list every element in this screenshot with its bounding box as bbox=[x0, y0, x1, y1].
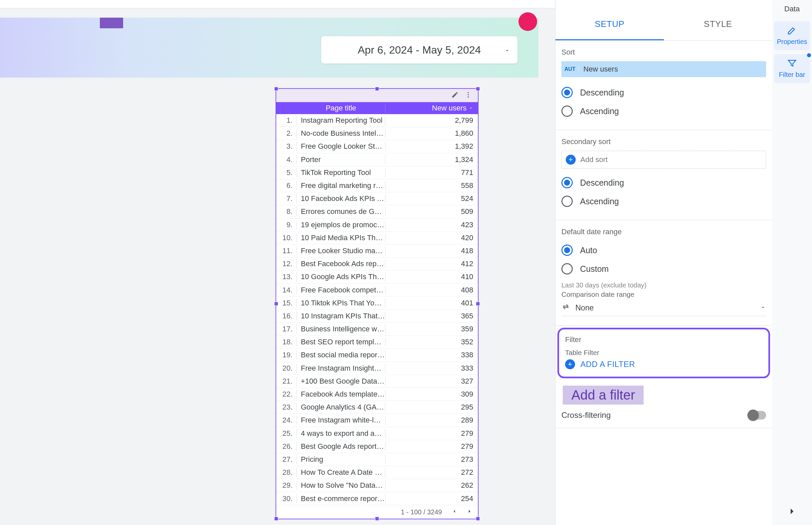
row-title: 10 Facebook Ads KPIs That Y… bbox=[297, 194, 385, 203]
row-number: 2. bbox=[276, 129, 297, 138]
rail-filter-bar-button[interactable]: Filter bar bbox=[774, 54, 810, 83]
row-value: 359 bbox=[385, 325, 478, 333]
row-number: 1. bbox=[276, 116, 297, 125]
row-number: 11. bbox=[276, 246, 297, 255]
table-row[interactable]: 11.Free Looker Studio marketin…418 bbox=[276, 244, 478, 257]
row-value: 1,324 bbox=[385, 155, 478, 164]
table-row[interactable]: 22.Facebook Ads templates for …309 bbox=[276, 388, 478, 401]
date-auto-radio[interactable]: Auto bbox=[561, 241, 766, 259]
table-row[interactable]: 7.10 Facebook Ads KPIs That Y…524 bbox=[276, 192, 478, 205]
table-row[interactable]: 20.Free Instagram Insights repo…333 bbox=[276, 362, 478, 375]
date-custom-radio[interactable]: Custom bbox=[561, 259, 766, 278]
date-range-control[interactable]: Apr 6, 2024 - May 5, 2024 bbox=[321, 36, 517, 63]
row-title: 4 ways to export and analyze … bbox=[297, 429, 385, 438]
rail-data-label[interactable]: Data bbox=[772, 0, 812, 17]
comparison-select[interactable]: None bbox=[561, 302, 766, 316]
row-title: 10 Google Ads KPIs That You … bbox=[297, 272, 385, 281]
table-row[interactable]: 23.Google Analytics 4 (GA4) Goo…295 bbox=[276, 401, 478, 414]
table-row[interactable]: 17.Business Intelligence with G…359 bbox=[276, 323, 478, 336]
svg-point-0 bbox=[468, 92, 469, 93]
prev-page-button[interactable] bbox=[451, 508, 457, 516]
row-number: 26. bbox=[276, 442, 297, 451]
more-vert-icon[interactable] bbox=[465, 91, 472, 100]
table-row[interactable]: 15.10 Tiktok KPIs That You Shoul…401 bbox=[276, 297, 478, 310]
table-row[interactable]: 13.10 Google Ads KPIs That You …410 bbox=[276, 270, 478, 283]
field-type-badge: AUT bbox=[561, 66, 579, 72]
sort-label: Sort bbox=[561, 48, 766, 57]
table-row[interactable]: 29.How to Solve "No Data" Chart…262 bbox=[276, 479, 478, 492]
date-range-label: Default date range bbox=[561, 228, 766, 236]
sort-field-chip[interactable]: AUT New users bbox=[561, 61, 766, 77]
row-title: Best SEO report templates w… bbox=[297, 338, 385, 346]
table-row[interactable]: 24.Free Instagram white-label r…289 bbox=[276, 414, 478, 427]
row-number: 12. bbox=[276, 259, 297, 268]
row-title: No-code Business Intelligenc… bbox=[297, 129, 385, 138]
table-row[interactable]: 4.Porter1,324 bbox=[276, 153, 478, 166]
filter-section: Filter Table Filter + ADD A FILTER bbox=[557, 328, 770, 378]
table-chart[interactable]: Page title New users 1.Instagram Reporti… bbox=[275, 88, 479, 519]
tab-setup[interactable]: SETUP bbox=[555, 9, 664, 40]
row-title: Instagram Reporting Tool bbox=[297, 116, 385, 125]
table-row[interactable]: 3.Free Google Looker Studio m…1,392 bbox=[276, 140, 478, 153]
col-title[interactable]: Page title bbox=[297, 104, 385, 112]
filter-label: Filter bbox=[565, 335, 763, 344]
table-row[interactable]: 1.Instagram Reporting Tool2,799 bbox=[276, 114, 478, 127]
date-range-text: Apr 6, 2024 - May 5, 2024 bbox=[358, 44, 481, 56]
table-row[interactable]: 2.No-code Business Intelligenc…1,860 bbox=[276, 127, 478, 140]
radio-icon bbox=[561, 177, 573, 188]
sort-asc-radio[interactable]: Ascending bbox=[561, 102, 766, 120]
table-row[interactable]: 10.10 Paid Media KPIs That You …420 bbox=[276, 231, 478, 244]
cross-filter-toggle[interactable] bbox=[748, 411, 766, 420]
row-value: 410 bbox=[385, 272, 478, 281]
table-row[interactable]: 8.Errores comunes de Google …509 bbox=[276, 205, 478, 218]
row-value: 771 bbox=[385, 168, 478, 177]
sort-desc-radio[interactable]: Descending bbox=[561, 83, 766, 102]
row-title: Free Instagram white-label r… bbox=[297, 416, 385, 424]
rail-expand-button[interactable] bbox=[772, 506, 812, 517]
row-number: 25. bbox=[276, 429, 297, 438]
row-value: 279 bbox=[385, 429, 478, 438]
add-filter-button[interactable]: + ADD A FILTER bbox=[565, 359, 763, 369]
rail-properties-button[interactable]: Properties bbox=[774, 21, 810, 50]
secondary-desc-radio[interactable]: Descending bbox=[561, 173, 766, 192]
secondary-asc-radio[interactable]: Ascending bbox=[561, 192, 766, 211]
secondary-sort-section: Secondary sort + Add sort Descending Asc… bbox=[555, 130, 772, 220]
radio-icon bbox=[561, 87, 573, 98]
next-page-button[interactable] bbox=[467, 508, 472, 516]
row-number: 16. bbox=[276, 312, 297, 320]
table-row[interactable]: 9.19 ejemplos de promociones …423 bbox=[276, 219, 478, 231]
row-value: 2,799 bbox=[385, 116, 478, 125]
tab-style[interactable]: STYLE bbox=[664, 9, 772, 40]
add-sort-button[interactable]: + Add sort bbox=[561, 151, 766, 169]
table-row[interactable]: 25.4 ways to export and analyze …279 bbox=[276, 427, 478, 440]
report-canvas[interactable]: Apr 6, 2024 - May 5, 2024 Page title New… bbox=[0, 8, 555, 525]
row-value: 309 bbox=[385, 390, 478, 399]
row-number: 29. bbox=[276, 481, 297, 490]
table-row[interactable]: 16.10 Instagram KPIs That You S…365 bbox=[276, 310, 478, 323]
table-row[interactable]: 30.Best e-commerce report tem…254 bbox=[276, 492, 478, 505]
table-row[interactable]: 14.Free Facebook competitors a…408 bbox=[276, 283, 478, 297]
table-row[interactable]: 18.Best SEO report templates w…352 bbox=[276, 336, 478, 349]
table-row[interactable]: 26.Best Google Ads report temp…279 bbox=[276, 440, 478, 453]
plus-icon: + bbox=[565, 359, 575, 369]
row-value: 420 bbox=[385, 234, 478, 242]
row-value: 1,392 bbox=[385, 142, 478, 151]
row-number: 9. bbox=[276, 221, 297, 229]
table-row[interactable]: 6.Free digital marketing report…558 bbox=[276, 179, 478, 192]
table-row[interactable]: 27.Pricing273 bbox=[276, 453, 478, 466]
row-title: 10 Tiktok KPIs That You Shoul… bbox=[297, 299, 385, 308]
svg-point-2 bbox=[468, 96, 469, 98]
table-row[interactable]: 19.Best social media report tem…338 bbox=[276, 349, 478, 362]
row-number: 24. bbox=[276, 416, 297, 424]
row-value: 262 bbox=[385, 481, 478, 490]
table-row[interactable]: 5.TikTok Reporting Tool771 bbox=[276, 166, 478, 179]
table-row[interactable]: 21.+100 Best Google Data Studi…327 bbox=[276, 375, 478, 388]
table-row[interactable]: 28.How To Create A Date Filter I…272 bbox=[276, 466, 478, 479]
dropdown-icon bbox=[504, 44, 510, 56]
edit-icon[interactable] bbox=[451, 91, 458, 100]
row-title: 10 Paid Media KPIs That You … bbox=[297, 234, 385, 242]
table-row[interactable]: 12.Best Facebook Ads report te…412 bbox=[276, 257, 478, 270]
table-toolbar bbox=[276, 89, 478, 102]
col-value[interactable]: New users bbox=[385, 104, 478, 112]
row-number: 17. bbox=[276, 325, 297, 333]
